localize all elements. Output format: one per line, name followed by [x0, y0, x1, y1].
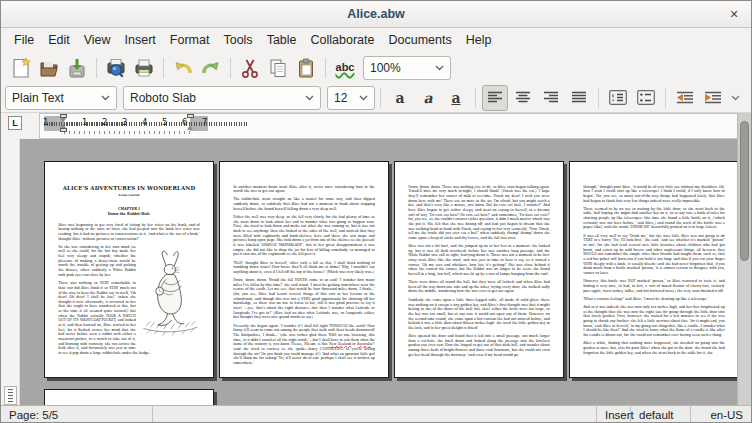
italic-button[interactable]: a [415, 85, 441, 111]
toolbar-overflow-button[interactable] [731, 95, 740, 101]
align-right-button[interactable] [538, 85, 564, 111]
close-icon[interactable]: ✕ [727, 7, 741, 21]
document-canvas[interactable]: ALICE'S ADVENTURES IN WONDERLAND Lewis C… [20, 139, 739, 405]
paste-button[interactable] [293, 55, 319, 81]
align-left-button[interactable] [482, 85, 508, 111]
page-1[interactable]: ALICE'S ADVENTURES IN WONDERLAND Lewis C… [44, 161, 214, 378]
redo-button[interactable] [198, 55, 224, 81]
paragraph: 'Well!' thought Alice to herself, 'after… [233, 260, 375, 274]
align-center-button[interactable] [510, 85, 536, 111]
menu-file[interactable]: File [7, 30, 41, 50]
paragraph: Down, down, down. Would the fall NEVER c… [233, 278, 375, 320]
align-right-icon [543, 91, 559, 104]
vertical-scrollbar[interactable] [737, 113, 751, 405]
ruler-subticks [64, 131, 192, 134]
chevron-down-icon [731, 95, 740, 101]
chapter-heading: CHAPTER I [58, 206, 200, 211]
open-icon [38, 57, 60, 79]
language-indicator[interactable]: en-US [691, 406, 751, 423]
menu-collaborate[interactable]: Collaborate [304, 30, 382, 50]
undo-button[interactable] [170, 55, 196, 81]
vertical-ruler[interactable] [1, 139, 20, 405]
zoom-select[interactable]: 100% [363, 56, 451, 80]
bold-button[interactable]: a [387, 85, 413, 111]
paragraph: After a while, finding that nothing more… [583, 341, 725, 355]
bulleted-list-button[interactable] [633, 85, 659, 111]
menu-tools[interactable]: Tools [216, 30, 259, 50]
new-document-button[interactable] [8, 55, 34, 81]
new-document-icon [10, 57, 32, 79]
spellcheck-button[interactable]: abc [332, 55, 358, 81]
print-preview-button[interactable] [103, 55, 129, 81]
left-indent-marker[interactable] [60, 114, 67, 132]
paragraph: Alice was not a bit hurt, and she jumped… [408, 244, 550, 277]
increase-indent-icon [704, 91, 722, 105]
chevron-down-icon [101, 95, 110, 101]
menu-format[interactable]: Format [163, 30, 217, 50]
horizontal-ruler[interactable]: 1 1 2 3 4 5 6 7 [39, 113, 739, 139]
cut-button[interactable] [237, 55, 263, 81]
page-5[interactable] [44, 389, 214, 405]
toolbar-separator [96, 58, 97, 78]
chapter-subheading: Down the Rabbit-Hole [58, 211, 200, 216]
misspelled-word: New Zealand [329, 342, 351, 346]
font-select[interactable]: Roboto Slab [123, 86, 321, 110]
copy-button[interactable] [265, 55, 291, 81]
chevron-down-icon [305, 95, 314, 101]
paragraph: Down, down, down. There was nothing else… [408, 184, 550, 240]
style-select[interactable]: Plain Text [5, 86, 117, 110]
align-center-icon [515, 91, 531, 104]
decrease-indent-button[interactable] [672, 85, 698, 111]
toolbar-separator [325, 58, 326, 78]
menu-edit[interactable]: Edit [41, 30, 77, 50]
style-indicator[interactable]: default [631, 406, 691, 423]
main-toolbar: abc 100% [1, 52, 751, 83]
align-left-icon [487, 91, 503, 104]
menu-insert[interactable]: Insert [118, 30, 163, 50]
status-bar: Page: 5/5 Insert default en-US [1, 405, 751, 423]
ruler-number: 5 [162, 117, 167, 127]
tab-stop-selector[interactable]: L [8, 116, 22, 130]
paste-icon [295, 57, 317, 79]
ruler-number: 4 [142, 117, 147, 127]
misspelled-word: Australia [357, 342, 372, 346]
font-size-select[interactable]: 12 [327, 86, 375, 110]
page-4[interactable]: through,' thought poor Alice, 'it would … [569, 161, 739, 378]
toolbar-separator [163, 58, 164, 78]
vertical-ruler-ticks [4, 386, 17, 405]
ruler-number: 3 [122, 117, 127, 127]
bulleted-list-icon [637, 90, 655, 105]
open-button[interactable] [36, 55, 62, 81]
right-indent-marker[interactable] [187, 114, 194, 130]
document-title: ALICE'S ADVENTURES IN WONDERLAND [58, 184, 200, 192]
toolbar-separator [230, 58, 231, 78]
numbered-list-icon [609, 90, 627, 105]
menu-help[interactable]: Help [459, 30, 499, 50]
paragraph: It was all very well to say 'Drink me,' … [583, 234, 725, 276]
toolbar-separator [665, 88, 666, 108]
page-2[interactable]: In another moment down went Alice after … [219, 161, 389, 378]
paragraph: Presently she began again. 'I wonder if … [233, 323, 375, 365]
cut-icon [239, 57, 261, 79]
abiword-window: Alice.abw ✕ File Edit View Insert Format… [0, 0, 752, 423]
menu-table[interactable]: Table [260, 30, 304, 50]
paragraph: There seemed to be no use in waiting by … [583, 207, 725, 230]
ruler-number: 1 [82, 117, 87, 127]
ruler-number: 7 [202, 117, 207, 127]
underline-button[interactable]: a [443, 85, 469, 111]
menu-documents[interactable]: Documents [381, 30, 458, 50]
numbered-list-button[interactable] [605, 85, 631, 111]
page-3[interactable]: Down, down, down. There was nothing else… [394, 161, 564, 378]
save-button[interactable] [64, 55, 90, 81]
print-preview-icon [105, 57, 127, 79]
style-value: Plain Text [12, 91, 64, 105]
scrollbar-thumb[interactable] [740, 121, 749, 261]
insert-mode-indicator[interactable]: Insert [597, 406, 631, 423]
print-icon [133, 57, 155, 79]
align-justify-button[interactable] [566, 85, 592, 111]
menu-bar: File Edit View Insert Format Tools Table… [1, 28, 751, 52]
print-button[interactable] [131, 55, 157, 81]
menu-view[interactable]: View [77, 30, 118, 50]
increase-indent-button[interactable] [700, 85, 726, 111]
title-bar[interactable]: Alice.abw ✕ [1, 1, 751, 28]
